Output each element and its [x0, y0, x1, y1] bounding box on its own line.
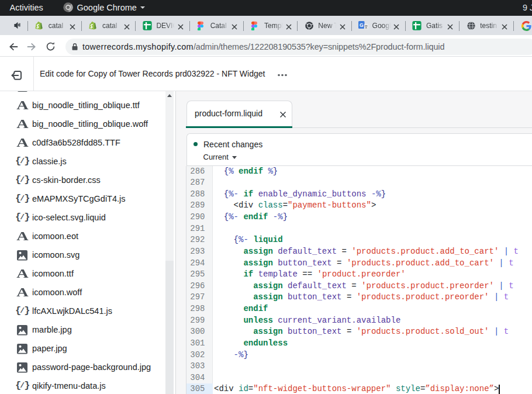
svg-text:G: G: [360, 22, 364, 28]
